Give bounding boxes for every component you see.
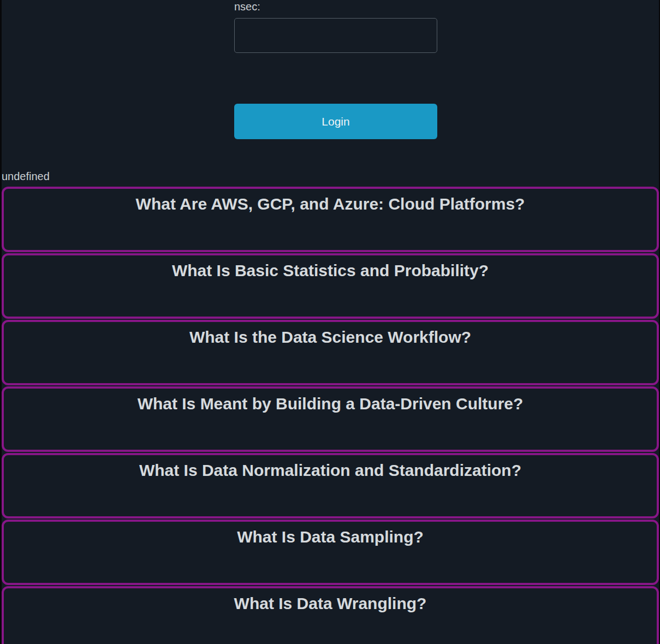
card[interactable]: What Are AWS, GCP, and Azure: Cloud Plat… — [2, 187, 659, 252]
card[interactable]: What Is Data Wrangling? — [2, 586, 659, 644]
card-title: What Is Data Normalization and Standardi… — [4, 455, 657, 480]
card[interactable]: What Is Basic Statistics and Probability… — [2, 253, 659, 319]
app-surface: nsec: Login undefined What Are AWS, GCP,… — [2, 0, 659, 644]
card-title: What Are AWS, GCP, and Azure: Cloud Plat… — [4, 189, 657, 214]
card-title: What Is the Data Science Workflow? — [4, 322, 657, 347]
card[interactable]: What Is Data Sampling? — [2, 520, 659, 585]
card[interactable]: What Is Data Normalization and Standardi… — [2, 453, 659, 518]
card-list: What Are AWS, GCP, and Azure: Cloud Plat… — [2, 187, 659, 644]
nsec-input[interactable] — [234, 18, 437, 53]
card[interactable]: What Is the Data Science Workflow? — [2, 320, 659, 385]
card-title: What Is Data Sampling? — [4, 522, 657, 547]
login-form: nsec: Login — [234, 0, 437, 139]
status-text: undefined — [2, 170, 659, 183]
card-title: What Is Meant by Building a Data-Driven … — [4, 389, 657, 414]
card-title: What Is Data Wrangling? — [4, 588, 657, 613]
login-button[interactable]: Login — [234, 104, 437, 139]
nsec-label: nsec: — [234, 0, 437, 13]
card-title: What Is Basic Statistics and Probability… — [4, 255, 657, 281]
card[interactable]: What Is Meant by Building a Data-Driven … — [2, 386, 659, 452]
